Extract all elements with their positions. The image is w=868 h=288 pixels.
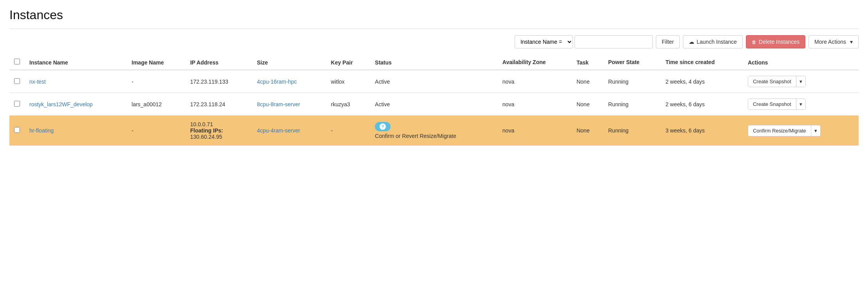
col-key-pair: Key Pair bbox=[326, 55, 371, 70]
actions-cell: Confirm Resize/Migrate ▾ bbox=[743, 116, 859, 146]
image-name-cell: - bbox=[127, 70, 185, 93]
filter-select[interactable]: Instance Name = bbox=[515, 35, 573, 48]
col-availability-zone: Availability Zone bbox=[498, 55, 572, 70]
trash-icon bbox=[752, 39, 756, 45]
power-state-cell: Running bbox=[603, 70, 661, 93]
col-status: Status bbox=[370, 55, 498, 70]
status-badge: ? bbox=[375, 122, 391, 131]
availability-zone-cell: nova bbox=[498, 93, 572, 116]
table-header-row: Instance Name Image Name IP Address Size… bbox=[9, 55, 859, 70]
row-checkbox[interactable] bbox=[14, 127, 20, 133]
status-cell: Active bbox=[370, 70, 498, 93]
status-cell: Active bbox=[370, 93, 498, 116]
action-button-group: Create Snapshot ▾ bbox=[748, 98, 806, 110]
size-link[interactable]: 4cpu-4ram-server bbox=[257, 127, 300, 134]
col-image-name: Image Name bbox=[127, 55, 185, 70]
ip-address-cell: 172.23.118.24 bbox=[185, 93, 252, 116]
image-name-cell: lars_a00012 bbox=[127, 93, 185, 116]
table-row: rostyk_lars12WF_developlars_a00012172.23… bbox=[9, 93, 859, 116]
key-pair-cell: witlox bbox=[326, 70, 371, 93]
size-link[interactable]: 4cpu-16ram-hpc bbox=[257, 79, 297, 85]
table-row: nx-test-172.23.119.1334cpu-16ram-hpcwitl… bbox=[9, 70, 859, 93]
col-size: Size bbox=[252, 55, 326, 70]
time-since-created-cell: 2 weeks, 6 days bbox=[661, 93, 743, 116]
question-mark-icon: ? bbox=[380, 123, 386, 130]
col-task: Task bbox=[572, 55, 603, 70]
toolbar: Instance Name = Filter Launch Instance D… bbox=[9, 35, 859, 48]
filter-button[interactable]: Filter bbox=[656, 35, 680, 48]
image-name-cell: - bbox=[127, 116, 185, 146]
select-all-header bbox=[9, 55, 25, 70]
action-dropdown-button[interactable]: ▾ bbox=[811, 125, 820, 136]
col-time-since-created: Time since created bbox=[661, 55, 743, 70]
col-ip-address: IP Address bbox=[185, 55, 252, 70]
actions-cell: Create Snapshot ▾ bbox=[743, 93, 859, 116]
divider bbox=[9, 29, 859, 29]
filter-group: Instance Name = bbox=[515, 35, 653, 48]
instance-name-link[interactable]: rostyk_lars12WF_develop bbox=[29, 101, 93, 107]
delete-instances-button[interactable]: Delete Instances bbox=[746, 35, 805, 48]
ip-address-cell: 10.0.0.71Floating IPs:130.60.24.95 bbox=[185, 116, 252, 146]
select-all-checkbox[interactable] bbox=[14, 59, 20, 64]
upload-icon bbox=[689, 39, 694, 45]
search-input[interactable] bbox=[574, 35, 653, 48]
action-button-group: Confirm Resize/Migrate ▾ bbox=[748, 125, 821, 136]
key-pair-cell: - bbox=[326, 116, 371, 146]
row-checkbox[interactable] bbox=[14, 101, 20, 107]
action-dropdown-button[interactable]: ▾ bbox=[796, 99, 805, 109]
col-instance-name: Instance Name bbox=[25, 55, 127, 70]
ip-address-cell: 172.23.119.133 bbox=[185, 70, 252, 93]
more-actions-button[interactable]: More Actions bbox=[809, 35, 859, 48]
power-state-cell: Running bbox=[603, 93, 661, 116]
action-dropdown-button[interactable]: ▾ bbox=[796, 76, 805, 87]
status-text: Confirm or Revert Resize/Migrate bbox=[375, 133, 493, 139]
action-button-group: Create Snapshot ▾ bbox=[748, 76, 806, 87]
status-cell: ? Confirm or Revert Resize/Migrate bbox=[370, 116, 498, 146]
time-since-created-cell: 3 weeks, 6 days bbox=[661, 116, 743, 146]
task-cell: None bbox=[572, 116, 603, 146]
row-checkbox[interactable] bbox=[14, 78, 20, 84]
task-cell: None bbox=[572, 70, 603, 93]
instances-table: Instance Name Image Name IP Address Size… bbox=[9, 55, 859, 146]
launch-instance-button[interactable]: Launch Instance bbox=[683, 35, 743, 48]
availability-zone-cell: nova bbox=[498, 70, 572, 93]
size-link[interactable]: 8cpu-8ram-server bbox=[257, 101, 300, 107]
time-since-created-cell: 2 weeks, 4 days bbox=[661, 70, 743, 93]
instance-name-link[interactable]: nx-test bbox=[29, 79, 46, 85]
action-main-button[interactable]: Confirm Resize/Migrate bbox=[748, 125, 811, 136]
actions-cell: Create Snapshot ▾ bbox=[743, 70, 859, 93]
col-power-state: Power State bbox=[603, 55, 661, 70]
action-main-button[interactable]: Create Snapshot bbox=[748, 99, 796, 109]
availability-zone-cell: nova bbox=[498, 116, 572, 146]
instance-name-link[interactable]: hr-floating bbox=[29, 127, 54, 134]
task-cell: None bbox=[572, 93, 603, 116]
key-pair-cell: rkuzya3 bbox=[326, 93, 371, 116]
page-title: Instances bbox=[9, 8, 859, 22]
table-row: hr-floating-10.0.0.71Floating IPs:130.60… bbox=[9, 116, 859, 146]
action-main-button[interactable]: Create Snapshot bbox=[748, 76, 796, 87]
col-actions: Actions bbox=[743, 55, 859, 70]
power-state-cell: Running bbox=[603, 116, 661, 146]
